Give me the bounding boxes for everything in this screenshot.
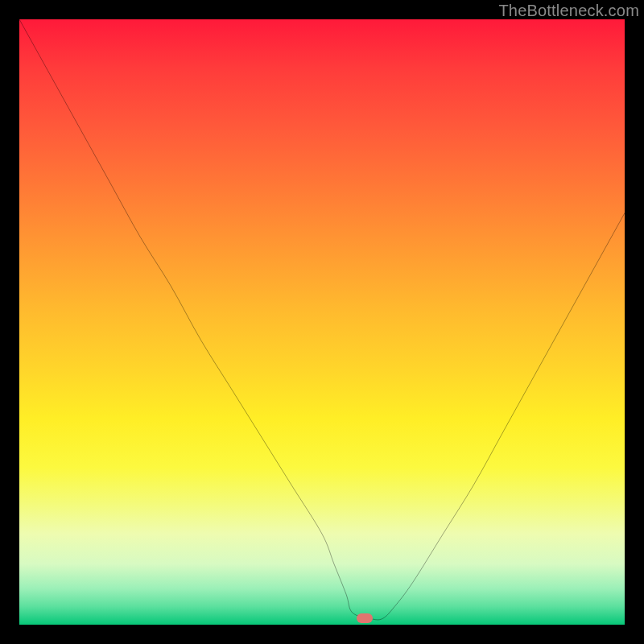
chart-frame: TheBottleneck.com [0, 0, 644, 644]
plot-area [19, 19, 625, 625]
watermark-text: TheBottleneck.com [498, 2, 639, 20]
bottleneck-curve [19, 19, 625, 625]
optimal-point-marker [357, 613, 373, 623]
